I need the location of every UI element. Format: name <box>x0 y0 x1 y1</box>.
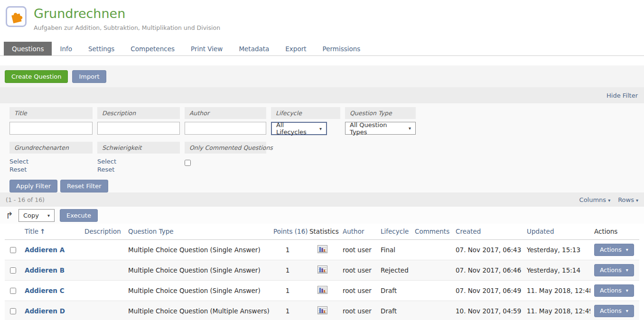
question-comments <box>411 260 452 280</box>
question-title-link[interactable]: Addieren B <box>25 266 65 274</box>
column-header-description[interactable]: Description <box>84 228 121 235</box>
row-actions-label: Actions <box>600 307 622 314</box>
statistics-icon[interactable] <box>317 265 327 274</box>
row-checkbox[interactable] <box>10 308 16 314</box>
statistics-icon[interactable] <box>317 286 327 294</box>
schwierigkeit-reset-link[interactable]: Reset <box>97 166 180 174</box>
tab-info[interactable]: Info <box>52 42 80 55</box>
chevron-down-icon: ▾ <box>608 198 610 203</box>
columns-dropdown[interactable]: Columns▾ <box>579 196 611 203</box>
filter-label-grundrechenarten: Grundrechenarten <box>9 142 93 154</box>
column-header-qtype[interactable]: Question Type <box>128 228 174 235</box>
tab-competences[interactable]: Competences <box>122 42 183 55</box>
table-row: Addieren A Multiple Choice Question (Sin… <box>5 239 639 260</box>
schwierigkeit-select-link[interactable]: Select <box>97 158 180 166</box>
filter-panel: Title Description Author Lifecycle All L… <box>0 103 644 192</box>
create-question-button[interactable]: Create Question <box>5 70 68 83</box>
row-actions-button[interactable]: Actions ▾ <box>594 244 634 256</box>
row-actions-button[interactable]: Actions ▾ <box>594 305 634 317</box>
question-description <box>81 301 124 320</box>
row-checkbox[interactable] <box>10 288 16 294</box>
column-header-comments[interactable]: Comments <box>415 228 449 235</box>
question-author: root user <box>339 239 377 260</box>
bulk-action-value: Copy <box>23 212 39 219</box>
question-title-link[interactable]: Addieren D <box>25 307 65 315</box>
column-header-title[interactable]: Title <box>25 228 38 235</box>
question-lifecycle: Draft <box>377 280 411 301</box>
lifecycle-select[interactable]: All Lifecycles ▾ <box>271 122 327 135</box>
question-comments <box>411 239 452 260</box>
column-header-updated[interactable]: Updated <box>527 228 554 235</box>
column-header-author[interactable]: Author <box>343 228 364 235</box>
filter-label-lifecycle: Lifecycle <box>271 107 340 119</box>
filter-label-title: Title <box>9 107 93 119</box>
question-created: 07. Nov 2017, 06:49 <box>452 280 523 301</box>
tab-settings[interactable]: Settings <box>80 42 122 55</box>
filter-label-question-type: Question Type <box>345 107 416 119</box>
question-points: 1 <box>270 301 306 320</box>
chevron-down-icon: ▾ <box>626 308 628 313</box>
row-actions-button[interactable]: Actions ▾ <box>594 264 634 276</box>
dropdown-caret-icon: ▾ <box>319 126 322 131</box>
question-points: 1 <box>270 260 306 280</box>
question-created: 10. Nov 2017, 04:59 <box>452 301 523 320</box>
question-title-link[interactable]: Addieren C <box>25 287 65 294</box>
tab-metadata[interactable]: Metadata <box>231 42 277 55</box>
question-comments <box>411 301 452 320</box>
question-updated: 11. May 2018, 12:49 <box>523 301 590 320</box>
tab-permissions[interactable]: Permissions <box>315 42 369 55</box>
filter-label-schwierigkeit: Schwierigkeit <box>97 142 180 154</box>
filter-description-input[interactable] <box>97 122 180 135</box>
row-actions-button[interactable]: Actions ▾ <box>594 284 634 297</box>
tab-export[interactable]: Export <box>277 42 314 55</box>
question-type: Multiple Choice Question (Single Answer) <box>124 239 270 260</box>
statistics-icon[interactable] <box>317 306 327 314</box>
question-author: root user <box>339 280 377 301</box>
apply-filter-button[interactable]: Apply Filter <box>9 180 57 192</box>
hide-filter-link[interactable]: Hide Filter <box>607 92 638 99</box>
question-title-link[interactable]: Addieren A <box>25 246 65 254</box>
column-header-points[interactable]: Points (16) <box>273 228 308 235</box>
statistics-icon[interactable] <box>317 245 327 253</box>
tab-questions[interactable]: Questions <box>4 42 52 55</box>
grundrechenarten-reset-link[interactable]: Reset <box>9 166 93 174</box>
table-top-bar: (1 - 16 of 16) Columns▾ Rows▾ <box>0 192 644 207</box>
tab-print-view[interactable]: Print View <box>183 42 231 55</box>
bulk-action-select[interactable]: Copy ▾ <box>19 209 55 222</box>
grundrechenarten-select-link[interactable]: Select <box>9 158 93 166</box>
import-button[interactable]: Import <box>72 70 106 83</box>
question-updated: 11. May 2018, 12:48 <box>523 280 590 301</box>
execute-button[interactable]: Execute <box>60 209 98 222</box>
rows-dropdown[interactable]: Rows▾ <box>618 196 638 203</box>
filter-author-input[interactable] <box>185 122 266 135</box>
column-header-lifecycle[interactable]: Lifecycle <box>381 228 409 235</box>
table-row: Addieren D Multiple Choice Question (Mul… <box>5 301 639 320</box>
column-header-created[interactable]: Created <box>456 228 481 235</box>
only-commented-checkbox[interactable] <box>185 160 191 166</box>
reset-filter-button[interactable]: Reset Filter <box>60 180 108 192</box>
question-author: root user <box>339 301 377 320</box>
question-type: Multiple Choice Question (Single Answer) <box>124 260 270 280</box>
dropdown-caret-icon: ▾ <box>409 126 411 131</box>
column-header-actions: Actions <box>594 228 617 235</box>
row-checkbox[interactable] <box>10 247 16 253</box>
question-type-select[interactable]: All Question Types ▾ <box>345 122 416 135</box>
table-header-row: Title↑DescriptionQuestion TypePoints (16… <box>5 224 639 239</box>
filter-label-author: Author <box>185 107 266 119</box>
toolbar: Create Question Import <box>0 65 644 87</box>
question-description <box>81 239 124 260</box>
puzzle-icon <box>6 6 27 27</box>
question-points: 1 <box>270 280 306 301</box>
row-checkbox[interactable] <box>10 267 16 274</box>
question-description <box>81 260 124 280</box>
question-type: Multiple Choice Question (Single Answer) <box>124 280 270 301</box>
question-lifecycle: Draft <box>377 301 411 320</box>
filter-label-only-commented: Only Commented Questions <box>185 142 266 154</box>
chevron-down-icon: ▾ <box>636 198 638 203</box>
filter-title-input[interactable] <box>9 122 93 135</box>
question-created: 07. Nov 2017, 06:46 <box>452 260 523 280</box>
dropdown-caret-icon: ▾ <box>47 213 50 218</box>
row-actions-label: Actions <box>600 246 622 253</box>
page-subtitle: Aufgaben zur Addition, Subtraktion, Mult… <box>34 24 220 31</box>
tab-bar: QuestionsInfoSettingsCompetencesPrint Vi… <box>0 42 644 56</box>
